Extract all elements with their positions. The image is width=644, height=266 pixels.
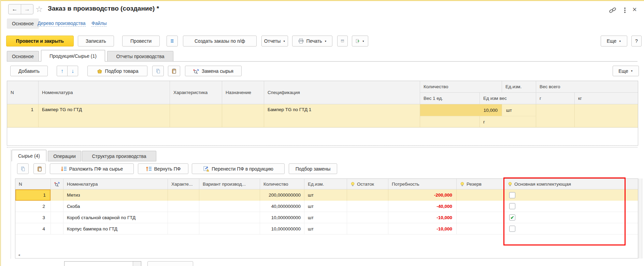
- forward-button[interactable]: →: [21, 4, 33, 14]
- tab-main[interactable]: Основное: [7, 51, 39, 62]
- horizontal-scroll-marker-icon[interactable]: ◂: [18, 253, 20, 257]
- report-table-button[interactable]: [337, 36, 348, 46]
- nav-link-production-tree[interactable]: Дерево производства: [38, 21, 86, 27]
- tab-production-reports[interactable]: Отчеты производства: [107, 51, 173, 62]
- combo-dropdown-button[interactable]: ▼: [133, 262, 141, 266]
- tab-raw-materials[interactable]: Сырье (4): [12, 150, 46, 161]
- cell-stock[interactable]: [347, 189, 388, 201]
- help-button[interactable]: ?: [631, 36, 642, 46]
- back-button[interactable]: ←: [9, 4, 21, 14]
- decompose-semifinished-button[interactable]: Разложить ПФ на сырье: [50, 163, 134, 174]
- cell-unit[interactable]: шт: [304, 189, 347, 201]
- cell-row-number[interactable]: 4: [15, 223, 51, 235]
- paste-row-button[interactable]: [168, 66, 180, 76]
- cell-weight-grams[interactable]: [536, 104, 575, 128]
- cell-nomenclature[interactable]: Корпус бампера по ГТД: [63, 223, 168, 235]
- cell-weight-kilograms[interactable]: [575, 104, 638, 128]
- cell-main-component[interactable]: ✔: [504, 223, 638, 235]
- cell-variant[interactable]: [199, 201, 260, 212]
- move-semifinished-to-products-button[interactable]: Перенести ПФ в продукцию: [192, 163, 285, 174]
- tab-operations[interactable]: Операции: [48, 151, 81, 161]
- cell-need[interactable]: -200,000: [388, 189, 457, 201]
- nav-link-files[interactable]: Файлы: [91, 21, 106, 27]
- close-icon[interactable]: ×: [632, 6, 637, 13]
- cell-unit[interactable]: шт: [304, 201, 347, 212]
- cell-variant[interactable]: [199, 189, 260, 201]
- save-button[interactable]: Записать: [78, 36, 114, 46]
- cell-row-number[interactable]: 3: [15, 212, 51, 223]
- cell-reserve[interactable]: [457, 201, 504, 212]
- cell-nomenclature[interactable]: Бампер TG по ГТД: [39, 104, 170, 128]
- cell-characteristic[interactable]: [168, 212, 199, 223]
- submit-and-close-button[interactable]: Провести и закрыть: [6, 36, 74, 46]
- tab-production-structure[interactable]: Структура производства: [82, 151, 156, 161]
- cell-main-component[interactable]: ✔: [504, 201, 638, 212]
- kebab-menu-icon[interactable]: [624, 7, 626, 14]
- posting-details-button[interactable]: [167, 36, 178, 46]
- cell-characteristic[interactable]: [170, 104, 222, 128]
- cell-need[interactable]: -10,000: [388, 212, 457, 223]
- reports-dropdown-button[interactable]: Отчеты ▼: [261, 36, 288, 46]
- more-actions-button[interactable]: Еще ▼: [601, 36, 627, 46]
- substitute-picker-button[interactable]: Подбор замены: [289, 163, 337, 174]
- goods-picker-button[interactable]: Подбор товара: [87, 66, 147, 76]
- materials-table-scrollbar[interactable]: [639, 178, 642, 258]
- cell-unit[interactable]: шт: [502, 104, 536, 116]
- cell-replace-flag[interactable]: [51, 223, 63, 235]
- products-more-button[interactable]: Еще ▼: [613, 66, 639, 76]
- cell-nomenclature[interactable]: Короб стальной сварной по ГТД: [63, 212, 168, 223]
- return-semifinished-button[interactable]: Вернуть ПФ: [138, 163, 188, 174]
- cell-weight-unit[interactable]: г: [480, 116, 536, 128]
- cell-stock[interactable]: [347, 201, 388, 212]
- cell-specification[interactable]: Бампер TG по ГТД 1: [264, 104, 420, 128]
- cell-unit[interactable]: шт: [304, 223, 347, 235]
- cell-row-number[interactable]: 1: [7, 104, 39, 128]
- cell-purpose[interactable]: [222, 104, 264, 128]
- materials-paste-button[interactable]: [33, 163, 46, 174]
- cell-stock[interactable]: [347, 223, 388, 235]
- cell-replace-flag[interactable]: [51, 189, 63, 201]
- cell-need[interactable]: -10,000: [388, 223, 457, 235]
- main-component-checkbox[interactable]: ✔: [509, 214, 515, 221]
- replace-raw-button[interactable]: a b Замена сырья: [185, 66, 242, 76]
- create-semifinished-orders-button[interactable]: Создать заказы по п/ф: [183, 36, 257, 46]
- move-down-button[interactable]: ↓: [67, 66, 78, 76]
- nav-main-chip[interactable]: Основное: [7, 18, 39, 29]
- cell-main-component[interactable]: ✔: [504, 189, 638, 201]
- print-dropdown-button[interactable]: Печать ▼: [292, 36, 332, 46]
- cell-weight-per-unit[interactable]: [420, 116, 480, 128]
- cell-unit[interactable]: шт: [304, 212, 347, 223]
- export-dropdown-button[interactable]: ▼: [352, 36, 368, 46]
- cell-reserve[interactable]: [457, 223, 504, 235]
- cell-row-number[interactable]: 2: [15, 201, 51, 212]
- cell-main-component[interactable]: ✔: [504, 212, 638, 223]
- cell-variant[interactable]: [199, 223, 260, 235]
- bottom-combo-field[interactable]: ▼: [64, 261, 141, 266]
- main-component-checkbox[interactable]: ✔: [509, 226, 515, 232]
- cell-replace-flag[interactable]: [51, 201, 63, 212]
- tab-products-raw[interactable]: Продукция/Сырье (1): [41, 50, 105, 62]
- cell-variant[interactable]: [199, 212, 260, 223]
- cell-quantity[interactable]: 10,000000000: [260, 223, 304, 235]
- cell-characteristic[interactable]: [168, 201, 199, 212]
- main-component-checkbox[interactable]: ✔: [509, 203, 515, 209]
- cell-reserve[interactable]: [457, 189, 504, 201]
- materials-copy-button[interactable]: [17, 163, 29, 174]
- copy-link-icon[interactable]: [609, 6, 617, 16]
- cell-replace-flag[interactable]: [51, 212, 63, 223]
- cell-characteristic[interactable]: [168, 223, 199, 235]
- copy-row-button[interactable]: [152, 66, 164, 76]
- cell-quantity[interactable]: 200,000000000: [260, 189, 304, 201]
- post-button[interactable]: Провести: [122, 36, 160, 46]
- cell-quantity[interactable]: 10,000: [420, 104, 502, 116]
- cell-nomenclature[interactable]: Скоба: [63, 201, 168, 212]
- cell-need[interactable]: -40,000: [388, 201, 457, 212]
- cell-row-number[interactable]: 1: [15, 189, 51, 201]
- cell-quantity[interactable]: 40,000000000: [260, 201, 304, 212]
- section-splitter[interactable]: [7, 147, 638, 147]
- bottom-button[interactable]: [147, 261, 193, 266]
- cell-characteristic[interactable]: [168, 189, 199, 201]
- main-component-checkbox[interactable]: ✔: [509, 192, 515, 198]
- add-row-button[interactable]: Добавить: [10, 66, 48, 76]
- cell-reserve[interactable]: [457, 212, 504, 223]
